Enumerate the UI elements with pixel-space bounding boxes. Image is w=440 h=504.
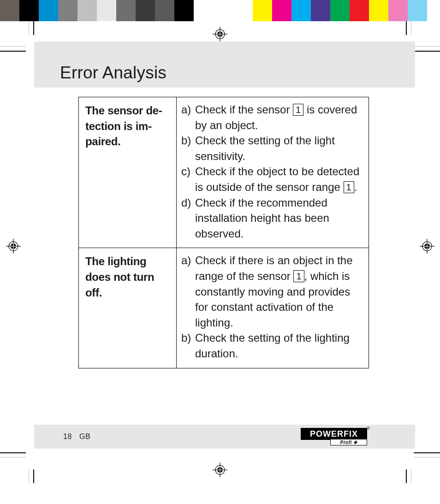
- reference-icon: 1: [344, 181, 354, 193]
- guide-line: [0, 46, 26, 47]
- color-swatch: [213, 0, 253, 21]
- item-letter: a): [181, 253, 191, 268]
- color-swatch: [427, 0, 440, 21]
- crop-mark: [414, 452, 440, 453]
- crop-mark: [406, 21, 407, 35]
- solution-item: d)Check if the recommended installation …: [181, 195, 362, 242]
- reference-icon: 1: [293, 104, 303, 116]
- color-swatch: [155, 0, 174, 21]
- registration-mark-top: [213, 27, 227, 42]
- guide-line: [29, 21, 29, 35]
- table-row: The lighting does not turn off.a)Check i…: [79, 248, 369, 368]
- solution-item: b)Check the setting of the light­ing dur…: [181, 330, 362, 361]
- color-swatch: [272, 0, 291, 21]
- color-swatch: [194, 0, 213, 21]
- color-swatch: [253, 0, 272, 21]
- table-row: The sensor de­tection is im­paired.a)Che…: [79, 97, 369, 248]
- color-swatch: [350, 0, 369, 21]
- brand-logo: POWERFIX Profi ✚: [301, 428, 367, 445]
- color-swatch: [19, 0, 39, 21]
- item-letter: b): [181, 330, 191, 346]
- guide-line: [29, 469, 29, 483]
- item-letter: c): [181, 164, 190, 179]
- solution-item: c)Check if the object to be de­tected is…: [181, 164, 362, 195]
- item-letter: a): [181, 102, 191, 118]
- color-swatch: [369, 0, 388, 21]
- item-letter: d): [181, 195, 191, 211]
- page-number: 18: [63, 433, 72, 441]
- color-swatch: [311, 0, 330, 21]
- brand-name: POWERFIX: [301, 428, 367, 440]
- registration-mark-left: [6, 239, 21, 254]
- solution-item: b)Check the setting of the light sensiti…: [181, 133, 362, 164]
- region-code: GB: [79, 433, 90, 441]
- color-swatch: [174, 0, 194, 21]
- registration-mark-right: [420, 239, 434, 254]
- crop-mark: [414, 51, 440, 52]
- guide-line: [411, 469, 411, 483]
- registration-mark-bottom: [213, 462, 227, 477]
- guide-line: [414, 457, 440, 457]
- section-heading: Error Analysis: [60, 63, 166, 83]
- issue-cell: The lighting does not turn off.: [79, 248, 177, 368]
- issue-cell: The sensor de­tection is im­paired.: [79, 97, 177, 248]
- color-swatch: [0, 0, 19, 21]
- crop-mark: [33, 469, 34, 483]
- color-swatch: [77, 0, 97, 21]
- item-letter: b): [181, 133, 191, 148]
- item-text: Check the setting of the light­ing durat…: [195, 332, 350, 360]
- solution-cell: a)Check if the sensor 1 is covered by an…: [177, 97, 369, 248]
- crop-mark: [0, 452, 26, 453]
- item-text: Check the setting of the light sensitivi…: [195, 134, 335, 162]
- crop-mark: [406, 469, 407, 483]
- item-text: Check if the recommended installation he…: [195, 196, 329, 240]
- color-swatch: [58, 0, 77, 21]
- color-swatch: [330, 0, 350, 21]
- guide-line: [0, 457, 26, 457]
- reference-icon: 1: [293, 270, 304, 282]
- brand-subline: Profi ✚: [330, 439, 367, 445]
- color-swatch: [136, 0, 155, 21]
- solution-item: a)Check if the sensor 1 is covered by an…: [181, 102, 362, 133]
- guide-line: [414, 46, 440, 47]
- color-swatch: [388, 0, 408, 21]
- color-swatch: [97, 0, 116, 21]
- trademark-symbol: ®: [367, 426, 370, 431]
- color-swatch: [291, 0, 311, 21]
- crop-mark: [0, 51, 26, 52]
- guide-line: [411, 21, 411, 35]
- item-text: Check if the object to be de­tected is o…: [195, 165, 359, 193]
- color-swatch: [116, 0, 136, 21]
- item-text: Check if there is an object in the range…: [195, 254, 353, 328]
- troubleshooting-table: The sensor de­tection is im­paired.a)Che…: [78, 97, 369, 368]
- color-swatch: [408, 0, 427, 21]
- solution-item: a)Check if there is an object in the ran…: [181, 253, 362, 330]
- item-text: Check if the sensor 1 is covered by an o…: [195, 103, 357, 131]
- print-color-bar: [0, 0, 440, 21]
- color-swatch: [39, 0, 58, 21]
- solution-cell: a)Check if there is an object in the ran…: [177, 248, 369, 368]
- crop-mark: [33, 21, 34, 35]
